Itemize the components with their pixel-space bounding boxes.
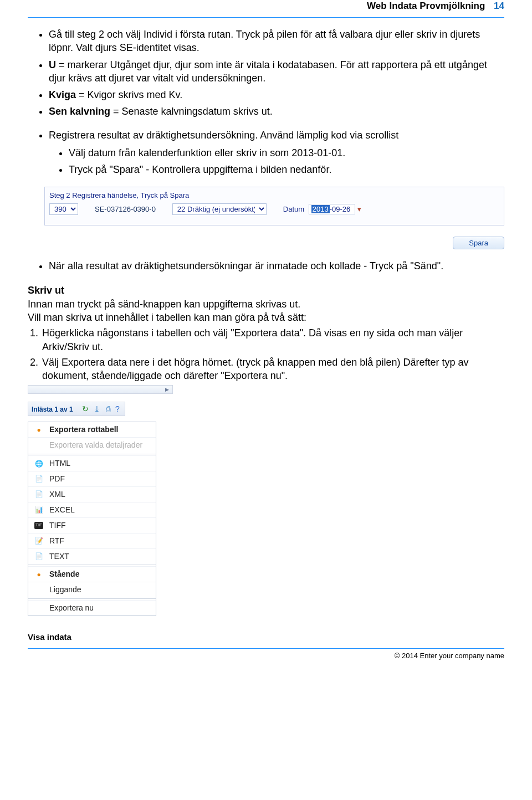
menu-rottabell-label: Exportera rottabell [49, 424, 118, 435]
skriv-ut-title: Skriv ut [28, 285, 64, 296]
num-item-2: Välj Exportera data nere i det högra hör… [41, 356, 504, 383]
toolbar-topbar [28, 385, 173, 394]
menu-rtf[interactable]: 📝 RTF [28, 533, 156, 548]
menu-html[interactable]: 🌐 HTML [28, 455, 156, 471]
menu-pdf[interactable]: 📄 PDF [28, 471, 156, 486]
visa-indata-heading: Visa indata [28, 632, 504, 643]
menu-liggande[interactable]: Liggande [28, 582, 156, 597]
bullet-senkalvning: Sen kalvning = Senaste kalvningsdatum sk… [49, 105, 504, 118]
export-icon[interactable]: ⤓ [94, 404, 100, 413]
menu-exportera-nu[interactable]: Exportera nu [28, 600, 156, 616]
skriv-p2: Vill man skriva ut innehållet i tabellen… [28, 312, 306, 323]
save-button[interactable]: Spara [453, 237, 504, 249]
skriv-p1: Innan man tryckt på sänd-knappen kan upp… [28, 299, 300, 310]
u-text: = markerar Utgånget djur, djur som inte … [49, 59, 487, 84]
menu-valda-label: Exportera valda detaljrader [49, 440, 142, 450]
menu-xml-label: XML [49, 489, 65, 500]
bullet-step2: Gå till steg 2 och välj Individ i första… [49, 28, 504, 55]
menu-rtf-label: RTF [49, 536, 64, 546]
menu-html-label: HTML [49, 458, 70, 469]
refresh-icon[interactable]: ↻ [82, 404, 89, 413]
tiff-icon: TIF [33, 522, 45, 529]
registrera-text: Registrera resultat av dräktighetsunders… [49, 130, 398, 141]
u-bold: U [49, 59, 56, 70]
rtf-icon: 📝 [33, 536, 45, 545]
menu-valda: Exportera valda detaljrader [28, 437, 156, 453]
bullet-sand: När alla resultat av dräktighetsundersök… [49, 259, 504, 273]
menu-pdf-label: PDF [49, 474, 65, 484]
calendar-icon[interactable]: ▾ [357, 205, 361, 213]
datum-field[interactable]: Datum 2013-09-26 ▾ [283, 204, 361, 214]
date-rest: -09-26 [330, 205, 351, 213]
menu-rottabell[interactable]: ● Exportera rottabell [28, 422, 156, 437]
menu-text[interactable]: 📄 TEXT [28, 548, 156, 564]
header-rule [28, 17, 504, 18]
header-title: Web Indata Provmjölkning [367, 1, 485, 11]
sen-text: = Senaste kalvningsdatum skrivs ut. [110, 106, 273, 117]
num-item-1: Högerklicka någonstans i tabellen och vä… [41, 326, 504, 353]
help-icon[interactable]: ? [115, 404, 120, 413]
bullet-icon: ● [33, 570, 45, 579]
skriv-ut-section: Skriv ut Innan man tryckt på sänd-knappe… [28, 284, 504, 324]
menu-excel-label: EXCEL [49, 505, 75, 515]
menu-text-label: TEXT [49, 551, 69, 562]
panel-title: Steg 2 Registrera händelse, Tryck på Spa… [49, 191, 499, 201]
menu-excel[interactable]: 📊 EXCEL [28, 502, 156, 517]
sen-bold: Sen kalvning [49, 106, 110, 117]
date-year: 2013 [311, 205, 330, 213]
menu-staende[interactable]: ● Stående [28, 566, 156, 582]
excel-icon: 📊 [33, 505, 45, 514]
se-id: SE-037126-0390-0 [95, 204, 156, 214]
bullet-icon: ● [33, 425, 45, 434]
print-icon[interactable]: ⎙ [106, 404, 110, 413]
steg2-panel: Steg 2 Registrera händelse, Tryck på Spa… [44, 187, 504, 226]
footer-copyright: © 2014 Enter your company name [28, 649, 504, 661]
datum-label: Datum [283, 205, 304, 213]
text-icon: 📄 [33, 552, 45, 561]
html-icon: 🌐 [33, 459, 45, 468]
bullet-u: U = markerar Utgånget djur, djur som int… [49, 58, 504, 85]
xml-icon: 📄 [33, 490, 45, 499]
bullet-valj-datum: Välj datum från kalenderfunktion eller s… [69, 146, 504, 160]
pager-toolbar: Inlästa 1 av 1 ↻ ⤓ ⎙ ? [28, 402, 125, 417]
bullet-tryck-spara: Tryck på "Spara" - Kontrollera uppgifter… [69, 163, 504, 176]
individ-select[interactable]: 390 [49, 203, 78, 215]
menu-staende-label: Stående [49, 569, 79, 580]
kviga-text: = Kvigor skrivs med Kv. [76, 89, 182, 100]
menu-tiff[interactable]: TIF TIFF [28, 517, 156, 533]
pdf-icon: 📄 [33, 474, 45, 483]
kviga-bold: Kviga [49, 89, 76, 100]
page-number: 14 [488, 0, 504, 13]
menu-nu-label: Exportera nu [49, 603, 94, 613]
bullet-registrera: Registrera resultat av dräktighetsunders… [49, 129, 504, 177]
kod-select[interactable]: 22 Dräktig (ej undersökt) [172, 203, 267, 215]
pager-label: Inlästa 1 av 1 [32, 406, 73, 413]
bullet-kviga: Kviga = Kvigor skrivs med Kv. [49, 88, 504, 101]
menu-xml[interactable]: 📄 XML [28, 486, 156, 502]
export-menu: ● Exportera rottabell Exportera valda de… [28, 422, 156, 616]
menu-tiff-label: TIFF [49, 520, 66, 531]
menu-liggande-label: Liggande [49, 584, 81, 595]
page-header: Web Indata Provmjölkning 14 [28, 0, 504, 14]
